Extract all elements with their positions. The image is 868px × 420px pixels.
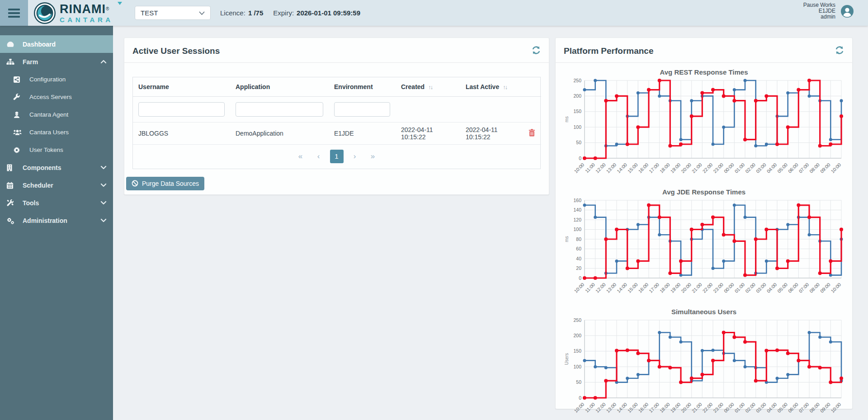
sidebar-item-cantara-users[interactable]: Cantara Users <box>0 123 113 141</box>
svg-text:07:00: 07:00 <box>797 401 810 414</box>
series-red-point <box>700 373 704 376</box>
svg-text:16:00: 16:00 <box>637 162 649 174</box>
series-red-point <box>754 237 758 241</box>
tools-icon <box>6 199 16 207</box>
sidebar-item-scheduler[interactable]: Scheduler <box>0 176 113 194</box>
series-red-point <box>818 271 822 275</box>
svg-text:13:00: 13:00 <box>605 282 617 294</box>
sidebar-item-cantara-agent[interactable]: Cantara Agent <box>0 106 113 123</box>
series-blue-point <box>808 331 811 334</box>
chart-simultaneous-users: Simultaneous Users05010015020025010:0011… <box>556 302 852 420</box>
sidebar-item-user-tokens[interactable]: User Tokens <box>0 141 113 159</box>
svg-text:03:00: 03:00 <box>755 282 767 294</box>
avatar-icon[interactable] <box>841 5 854 18</box>
svg-text:18:00: 18:00 <box>659 162 671 174</box>
column-label: Username <box>138 83 169 90</box>
series-blue-point <box>744 79 747 82</box>
application-filter-input[interactable] <box>236 102 323 117</box>
pagination-next-button[interactable]: › <box>348 150 362 163</box>
series-blue-point <box>754 144 757 147</box>
pagination-last-button[interactable]: » <box>366 150 380 163</box>
sidebar-item-farm[interactable]: Farm <box>0 53 113 71</box>
svg-text:ms: ms <box>564 116 569 122</box>
series-blue-point <box>637 373 640 376</box>
username-filter-input[interactable] <box>138 102 225 117</box>
sidebar-item-administration[interactable]: Administration <box>0 212 113 229</box>
series-red-point <box>583 156 586 160</box>
rinami-logo-icon <box>33 2 56 24</box>
series-red-point <box>604 99 608 103</box>
user-box[interactable]: Pause Works E1JDE admin <box>803 2 854 20</box>
svg-text:22:00: 22:00 <box>701 162 713 174</box>
pagination-page-1-button[interactable]: 1 <box>330 150 344 163</box>
svg-text:160: 160 <box>573 198 581 203</box>
pagination-prev-button[interactable]: ‹ <box>312 150 326 163</box>
series-blue-point <box>829 138 832 141</box>
series-red-point <box>690 114 693 118</box>
series-blue-point <box>679 274 683 277</box>
sidebar-item-label: Farm <box>23 58 38 66</box>
svg-text:11:00: 11:00 <box>584 162 596 174</box>
cell-last_active: 2022-04-11 10:15:22 <box>466 126 518 141</box>
column-header-actions <box>523 77 541 96</box>
svg-text:03:00: 03:00 <box>755 162 767 174</box>
sidebar-item-access-servers[interactable]: Access Servers <box>0 88 113 106</box>
svg-text:01:00: 01:00 <box>733 401 745 414</box>
svg-text:150: 150 <box>573 109 581 114</box>
series-red-point <box>626 349 629 352</box>
series-red-point <box>743 340 747 344</box>
svg-text:23:00: 23:00 <box>712 401 724 414</box>
series-blue-point <box>733 359 736 362</box>
sort-icon[interactable]: ↑↓ <box>499 83 507 90</box>
series-red-point <box>775 267 779 270</box>
environment-filter-input[interactable] <box>334 102 390 117</box>
series-blue-point <box>669 335 672 339</box>
registered-mark: ® <box>106 6 109 11</box>
active-user-sessions-panel: Active User Sessions UsernameApplication… <box>124 38 549 195</box>
svg-text:15:00: 15:00 <box>627 401 639 414</box>
sort-icon[interactable]: ↑↓ <box>425 83 432 90</box>
series-red-point <box>711 359 715 362</box>
hamburger-menu-icon[interactable] <box>0 0 28 26</box>
svg-text:20:00: 20:00 <box>680 282 692 294</box>
series-red-point <box>797 88 800 92</box>
sidebar-item-configuration[interactable]: Configuration <box>0 71 113 88</box>
environment-select-value: TEST <box>141 9 158 17</box>
column-label: Environment <box>334 83 373 90</box>
series-red-point <box>818 366 822 369</box>
svg-text:0: 0 <box>579 156 581 161</box>
sidebar-item-dashboard[interactable]: Dashboard <box>0 35 113 53</box>
svg-text:100: 100 <box>573 364 581 369</box>
svg-text:21:00: 21:00 <box>691 401 703 414</box>
refresh-icon[interactable] <box>531 45 542 56</box>
series-blue-point <box>765 260 768 263</box>
series-blue-point <box>583 203 586 207</box>
refresh-icon[interactable] <box>834 45 845 56</box>
caret-down-icon <box>100 201 108 205</box>
expiry-value: 2026-01-01 09:59:59 <box>297 9 360 17</box>
purge-data-sources-button[interactable]: Purge Data Sources <box>126 177 204 190</box>
column-header-last-active[interactable]: Last Active↑↓ <box>460 77 523 96</box>
token-icon <box>13 146 23 154</box>
sidebar-item-label: User Tokens <box>29 146 63 153</box>
svg-text:16:00: 16:00 <box>637 282 649 294</box>
column-header-created[interactable]: Created↑↓ <box>396 77 460 96</box>
caret-down-icon <box>100 165 108 170</box>
sidebar-item-components[interactable]: Components <box>0 159 113 176</box>
environment-select[interactable]: TEST <box>135 6 211 20</box>
column-label: Created <box>401 83 425 90</box>
series-blue-point <box>818 335 821 339</box>
pagination-first-button[interactable]: « <box>294 150 307 163</box>
series-red-point <box>743 138 747 142</box>
svg-text:Users: Users <box>564 353 569 365</box>
sidebar-item-label: Configuration <box>29 76 66 83</box>
chart-title: Simultaneous Users <box>563 304 845 316</box>
sidebar-item-tools[interactable]: Tools <box>0 194 113 212</box>
svg-text:04:00: 04:00 <box>765 282 778 294</box>
series-red-point <box>679 142 683 146</box>
series-red-point <box>626 142 629 146</box>
delete-session-button[interactable] <box>528 129 535 138</box>
trash-icon <box>528 131 535 138</box>
series-blue-point <box>626 377 629 380</box>
svg-text:22:00: 22:00 <box>701 282 713 294</box>
